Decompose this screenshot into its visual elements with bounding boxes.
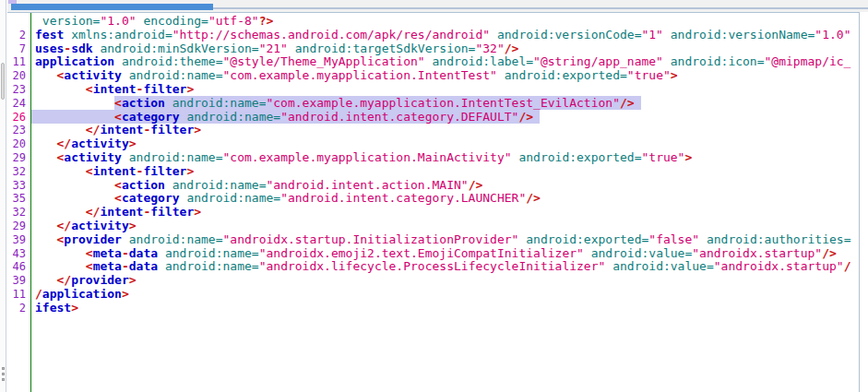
line-number: 23 [7,124,30,137]
code-line[interactable]: </activity> [35,220,859,233]
line-number: 39 [7,233,30,247]
line-number: 29 [7,151,30,165]
xml-code-editor[interactable]: 271120232426232029323335322939434639112 … [7,12,860,392]
line-number: 35 [7,192,30,206]
horizontal-scrollbar[interactable] [7,0,868,12]
horizontal-scrollbar-thumb[interactable] [11,4,213,10]
code-line[interactable]: version="1.0" encoding="utf-8"?> [35,15,859,29]
line-number: 39 [7,274,30,288]
code-line[interactable]: <intent-filter> [35,83,859,97]
line-number: 26 [7,111,30,125]
code-line[interactable]: </intent-filter> [35,206,859,220]
horizontal-scrollbar-track[interactable] [213,7,868,9]
line-number-gutter: 271120232426232029323335322939434639112 [7,13,31,392]
line-number: 29 [7,220,30,233]
line-number: 20 [7,69,30,83]
line-number: 2 [7,302,30,315]
panel-splitter[interactable] [0,0,6,392]
line-number: 20 [7,137,30,151]
line-number: 43 [7,247,30,261]
code-line[interactable]: <meta-data android:name="androidx.emoji2… [35,247,859,261]
code-line[interactable]: <activity android:name="com.example.myap… [35,69,859,83]
line-number: 24 [7,97,30,111]
line-number: 11 [7,288,30,302]
code-line[interactable]: <action android:name="android.intent.act… [35,179,859,193]
code-line[interactable]: <category android:name="android.intent.c… [35,192,859,206]
code-line[interactable]: <category android:name="android.intent.c… [35,111,859,125]
splitter-grip-icon[interactable] [2,373,5,375]
code-line[interactable]: /application> [35,288,859,302]
splitter-grip-icon[interactable] [2,378,5,381]
line-number: 32 [7,206,30,220]
line-number: 32 [7,165,30,179]
code-line[interactable]: <meta-data android:name="androidx.lifecy… [35,260,859,274]
code-line[interactable]: <provider android:name="androidx.startup… [35,233,859,247]
xml-viewer-window: { "app": {"kind": "android-manifest-xml-… [0,0,868,392]
line-number: 7 [7,42,30,56]
code-line[interactable]: fest xmlns:android="http://schemas.andro… [35,29,859,42]
line-number: 33 [7,179,30,193]
line-number [7,15,30,29]
code-line[interactable]: </activity> [35,137,859,151]
code-line[interactable]: <action android:name="com.example.myappl… [35,97,859,111]
splitter-grip-icon[interactable] [2,367,5,370]
code-line[interactable]: ifest> [35,302,859,315]
line-number: 46 [7,260,30,274]
code-line[interactable]: application android:theme="@style/Theme_… [35,55,859,69]
code-line[interactable]: <intent-filter> [35,165,859,179]
code-area[interactable]: version="1.0" encoding="utf-8"?>fest xml… [31,13,859,392]
code-line[interactable]: </intent-filter> [35,124,859,137]
code-line[interactable]: <activity android:name="com.example.myap… [35,151,859,165]
left-scrollbar-thumb[interactable] [1,63,5,100]
line-number: 2 [7,29,30,42]
code-line[interactable]: uses-sdk android:minSdkVersion="21" andr… [35,42,859,56]
line-number: 11 [7,55,30,69]
code-line[interactable]: </provider> [35,274,859,288]
line-number: 23 [7,83,30,97]
